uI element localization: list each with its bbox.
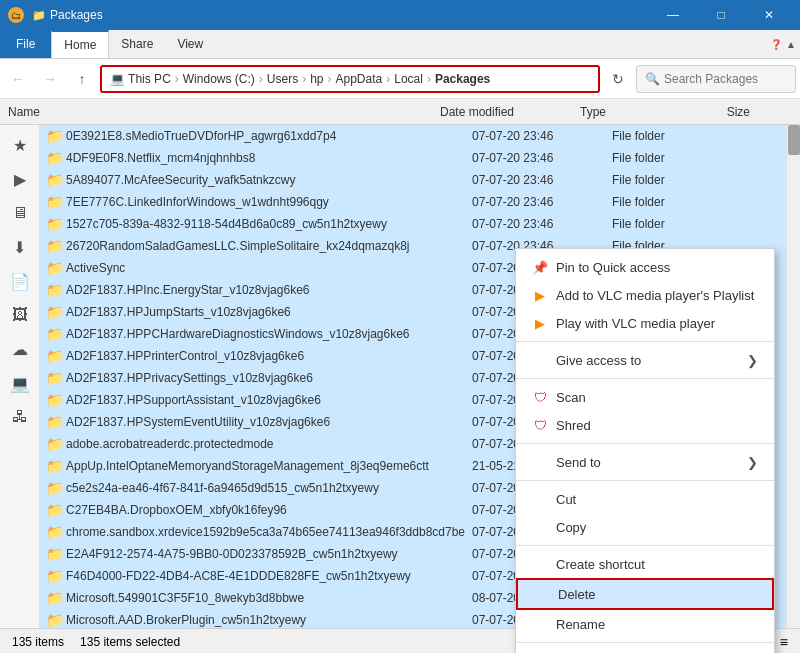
file-type: File folder: [612, 195, 712, 209]
ctx-sep-6: [516, 642, 774, 643]
ctx-send-to[interactable]: Send to ❯: [516, 448, 774, 476]
selected-count: 135 items selected: [80, 635, 180, 649]
file-type: File folder: [612, 217, 712, 231]
path-local[interactable]: Local: [394, 72, 423, 86]
file-name: E2A4F912-2574-4A75-9BB0-0D023378592B_cw5…: [64, 547, 472, 561]
ctx-copy[interactable]: Copy: [516, 513, 774, 541]
file-name: C27EB4BA.DropboxOEM_xbfy0k16fey96: [64, 503, 472, 517]
file-folder-icon: 📁: [44, 346, 64, 366]
file-date: 07-07-20 23:46: [472, 173, 612, 187]
file-name: 7EE7776C.LinkedInforWindows_w1wdnht996qg…: [64, 195, 472, 209]
file-folder-icon: 📁: [44, 566, 64, 586]
file-folder-icon: 📁: [44, 236, 64, 256]
sidebar: ★ ▶ 🖥 ⬇ 📄 🖼 ☁ 💻 🖧: [0, 125, 40, 628]
file-name: F46D4000-FD22-4DB4-AC8E-4E1DDDE828FE_cw5…: [64, 569, 472, 583]
col-type-header[interactable]: Type: [580, 105, 680, 119]
table-row[interactable]: 📁5A894077.McAfeeSecurity_wafk5atnkzcwy07…: [40, 169, 786, 191]
file-folder-icon: 📁: [44, 456, 64, 476]
sidebar-star[interactable]: ★: [4, 129, 36, 161]
sidebar-downloads[interactable]: ⬇: [4, 231, 36, 263]
ctx-vlc-add-playlist[interactable]: ▶ Add to VLC media player's Playlist: [516, 281, 774, 309]
ctx-cut[interactable]: Cut: [516, 485, 774, 513]
tab-file[interactable]: File: [0, 30, 51, 58]
file-folder-icon: 📁: [44, 390, 64, 410]
file-folder-icon: 📁: [44, 500, 64, 520]
sidebar-onedrive[interactable]: ☁: [4, 333, 36, 365]
path-users[interactable]: Users: [267, 72, 298, 86]
file-name: 5A894077.McAfeeSecurity_wafk5atnkzcwy: [64, 173, 472, 187]
ctx-sep-1: [516, 341, 774, 342]
ribbon-tabs: File Home Share View ❓ ▲: [0, 30, 800, 58]
ribbon: File Home Share View ❓ ▲: [0, 30, 800, 59]
refresh-button[interactable]: ↻: [604, 65, 632, 93]
path-windows[interactable]: Windows (C:): [183, 72, 255, 86]
search-box[interactable]: 🔍: [636, 65, 796, 93]
ctx-pin-quick-access[interactable]: 📌 Pin to Quick access: [516, 253, 774, 281]
file-folder-icon: 📁: [44, 434, 64, 454]
file-name: chrome.sandbox.xrdevice1592b9e5ca3a74b65…: [64, 525, 472, 539]
file-folder-icon: 📁: [44, 368, 64, 388]
ctx-delete[interactable]: Delete: [516, 578, 774, 610]
ctx-vlc-play[interactable]: ▶ Play with VLC media player: [516, 309, 774, 337]
ctx-scan[interactable]: 🛡 Scan: [516, 383, 774, 411]
ctx-sep-4: [516, 480, 774, 481]
ctx-give-access[interactable]: Give access to ❯: [516, 346, 774, 374]
minimize-button[interactable]: —: [650, 0, 696, 30]
col-date-header[interactable]: Date modified: [440, 105, 580, 119]
search-input[interactable]: [664, 72, 787, 86]
file-folder-icon: 📁: [44, 478, 64, 498]
path-hp[interactable]: hp: [310, 72, 323, 86]
address-bar[interactable]: 💻 This PC › Windows (C:) › Users › hp › …: [100, 65, 600, 93]
up-button[interactable]: ↑: [68, 65, 96, 93]
table-row[interactable]: 📁0E3921E8.sMedioTrueDVDforHP_agwrg61xdd7…: [40, 125, 786, 147]
search-icon: 🔍: [645, 72, 660, 86]
ctx-create-shortcut[interactable]: Create shortcut: [516, 550, 774, 578]
col-size-header[interactable]: Size: [680, 105, 750, 119]
window-minimize[interactable]: 🗂: [8, 7, 24, 23]
delete-icon: [534, 586, 550, 602]
address-text: 💻 This PC › Windows (C:) › Users › hp › …: [110, 72, 490, 86]
file-type: File folder: [612, 173, 712, 187]
back-button[interactable]: ←: [4, 65, 32, 93]
sidebar-arrow[interactable]: ▶: [4, 163, 36, 195]
file-name: 26720RandomSaladGamesLLC.SimpleSolitaire…: [64, 239, 472, 253]
ctx-shred[interactable]: 🛡 Shred: [516, 411, 774, 439]
sidebar-desktop[interactable]: 🖥: [4, 197, 36, 229]
ctx-properties[interactable]: Properties: [516, 647, 774, 653]
file-name: AD2F1837.HPPCHardwareDiagnosticsWindows_…: [64, 327, 472, 341]
file-name: Microsoft.AAD.BrokerPlugin_cw5n1h2txyewy: [64, 613, 472, 627]
table-row[interactable]: 📁4DF9E0F8.Netflix_mcm4njqhnhbs807-07-20 …: [40, 147, 786, 169]
tab-share[interactable]: Share: [109, 30, 165, 58]
file-name: AppUp.IntelOptaneMemoryandStorageManagem…: [64, 459, 472, 473]
path-packages[interactable]: Packages: [435, 72, 490, 86]
file-name: AD2F1837.HPJumpStarts_v10z8vjag6ke6: [64, 305, 472, 319]
file-name: c5e2s24a-ea46-4f67-841f-6a9465d9d515_cw5…: [64, 481, 472, 495]
tab-view[interactable]: View: [165, 30, 215, 58]
file-folder-icon: 📁: [44, 610, 64, 628]
title-bar: 🗂 📁 Packages — □ ✕: [0, 0, 800, 30]
file-date: 07-07-20 23:46: [472, 217, 612, 231]
ribbon-help[interactable]: ❓: [770, 39, 782, 50]
col-name-header[interactable]: Name: [4, 105, 440, 119]
sidebar-network[interactable]: 🖧: [4, 401, 36, 433]
maximize-button[interactable]: □: [698, 0, 744, 30]
scrollbar[interactable]: [786, 125, 800, 628]
view-detail-icon[interactable]: ≡: [780, 634, 788, 650]
sidebar-pics[interactable]: 🖼: [4, 299, 36, 331]
forward-button[interactable]: →: [36, 65, 64, 93]
sidebar-pc[interactable]: 💻: [4, 367, 36, 399]
path-appdata[interactable]: AppData: [336, 72, 383, 86]
file-type: File folder: [612, 151, 712, 165]
file-name: 0E3921E8.sMedioTrueDVDforHP_agwrg61xdd7p…: [64, 129, 472, 143]
table-row[interactable]: 📁1527c705-839a-4832-9118-54d4Bd6a0c89_cw…: [40, 213, 786, 235]
ctx-arrow-send: ❯: [747, 455, 758, 470]
ribbon-collapse[interactable]: ▲: [786, 39, 796, 50]
sidebar-docs[interactable]: 📄: [4, 265, 36, 297]
ctx-rename[interactable]: Rename: [516, 610, 774, 638]
tab-home[interactable]: Home: [51, 30, 109, 58]
file-date: 07-07-20 23:46: [472, 195, 612, 209]
pin-icon: 📌: [532, 259, 548, 275]
path-this-pc[interactable]: 💻 This PC: [110, 72, 171, 86]
table-row[interactable]: 📁7EE7776C.LinkedInforWindows_w1wdnht996q…: [40, 191, 786, 213]
close-button[interactable]: ✕: [746, 0, 792, 30]
